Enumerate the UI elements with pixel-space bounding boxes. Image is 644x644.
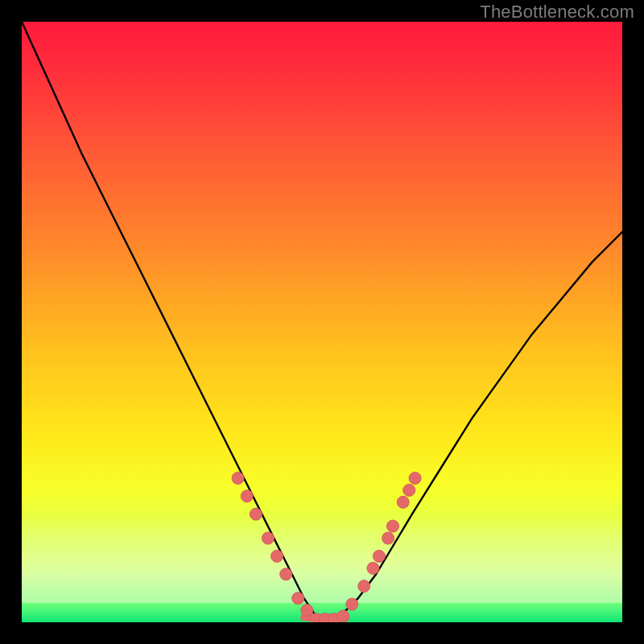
data-marker (337, 610, 349, 622)
data-marker (280, 568, 292, 580)
data-marker (301, 605, 313, 617)
data-marker (262, 532, 274, 544)
data-marker (346, 598, 358, 610)
data-marker (250, 508, 262, 520)
data-marker (387, 520, 399, 532)
data-marker (409, 473, 421, 485)
data-marker (373, 550, 385, 562)
data-marker (271, 550, 283, 562)
curve-layer (22, 22, 622, 622)
data-marker (367, 562, 379, 574)
data-marker (382, 532, 394, 544)
data-marker (397, 496, 409, 508)
data-marker (232, 473, 244, 485)
data-marker (241, 490, 253, 502)
bottleneck-curve (22, 22, 622, 622)
data-marker (358, 580, 370, 592)
plot-area (22, 22, 622, 622)
data-marker (403, 484, 415, 496)
chart-frame: TheBottleneck.com (0, 0, 644, 644)
watermark-text: TheBottleneck.com (480, 2, 634, 23)
data-marker (292, 592, 304, 605)
